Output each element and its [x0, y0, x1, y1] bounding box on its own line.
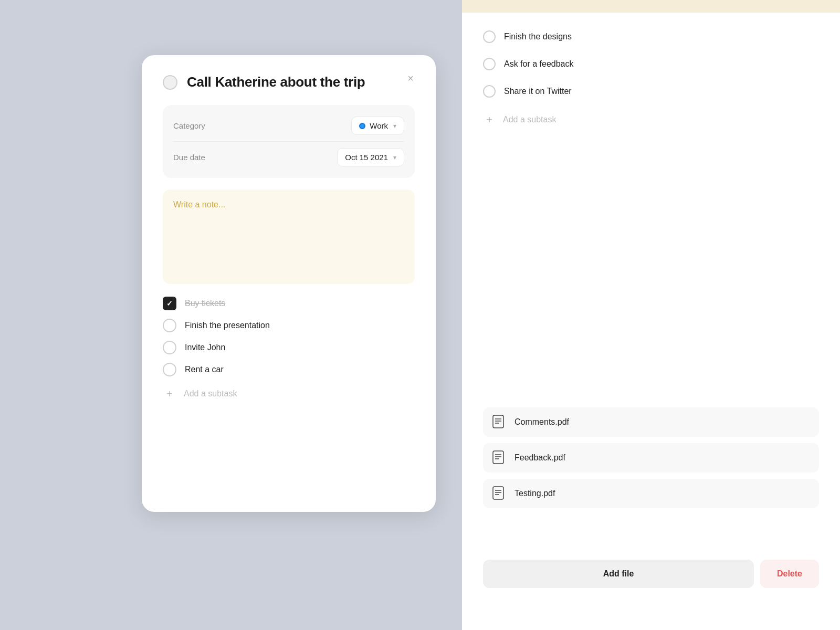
pdf-icon: [492, 415, 507, 429]
task-detail-modal: × Call Katherine about the trip Category…: [142, 55, 436, 512]
svg-rect-8: [493, 487, 503, 499]
attachment-item[interactable]: Feedback.pdf: [483, 443, 819, 472]
attachment-name: Feedback.pdf: [514, 453, 565, 463]
add-subtask-row[interactable]: + Add a subtask: [163, 387, 415, 401]
due-date-label: Due date: [173, 153, 205, 162]
right-subtask-list: Finish the designsAsk for a feedbackShar…: [462, 13, 840, 105]
note-placeholder: Write a note...: [173, 200, 225, 209]
category-dropdown[interactable]: Work ▾: [351, 117, 404, 135]
task-title-row: Call Katherine about the trip: [163, 74, 415, 90]
right-subtask-item: Share it on Twitter: [483, 78, 819, 105]
subtask-item: Buy tickets: [163, 297, 415, 310]
bottom-actions: Add file Delete: [462, 560, 840, 588]
category-label: Category: [173, 121, 205, 130]
add-subtask-icon: +: [163, 387, 176, 401]
pdf-icon: [492, 450, 507, 465]
attachments-section: Comments.pdf Feedback.pdf Testing.pdf: [462, 407, 840, 514]
subtask-checkbox[interactable]: [163, 297, 176, 310]
right-subtask-checkbox[interactable]: [483, 58, 496, 70]
right-add-subtask-label: Add a subtask: [503, 115, 556, 124]
note-textarea[interactable]: Write a note...: [163, 190, 415, 284]
add-file-button[interactable]: Add file: [483, 560, 754, 588]
attachment-name: Comments.pdf: [514, 417, 569, 427]
right-subtask-label: Ask for a feedback: [504, 59, 574, 69]
right-subtask-item: Finish the designs: [483, 23, 819, 50]
close-button[interactable]: ×: [402, 70, 419, 87]
add-subtask-label: Add a subtask: [184, 389, 237, 398]
svg-rect-4: [493, 451, 503, 464]
subtask-checkbox[interactable]: [163, 319, 176, 332]
subtask-item: Invite John: [163, 341, 415, 354]
right-subtask-checkbox[interactable]: [483, 30, 496, 43]
category-row: Category Work ▾: [173, 110, 404, 141]
attachment-item[interactable]: Comments.pdf: [483, 407, 819, 437]
svg-rect-0: [493, 415, 503, 428]
subtask-label: Finish the presentation: [185, 321, 270, 330]
subtask-item: Rent a car: [163, 363, 415, 376]
subtask-label: Invite John: [185, 343, 225, 352]
subtask-checkbox[interactable]: [163, 363, 176, 376]
right-subtask-checkbox[interactable]: [483, 85, 496, 98]
add-subtask-icon: +: [483, 113, 496, 126]
chevron-down-icon: ▾: [393, 122, 396, 130]
right-subtask-label: Share it on Twitter: [504, 87, 572, 96]
attachment-name: Testing.pdf: [514, 489, 555, 498]
subtask-checkbox[interactable]: [163, 341, 176, 354]
delete-button[interactable]: Delete: [760, 560, 819, 588]
due-date-row: Due date Oct 15 2021 ▾: [173, 141, 404, 173]
pdf-icon: [492, 486, 507, 501]
subtask-label: Rent a car: [185, 365, 224, 374]
right-panel: Finish the designsAsk for a feedbackShar…: [462, 0, 840, 630]
right-top-strip: [462, 0, 840, 13]
right-add-subtask-row[interactable]: + Add a subtask: [462, 105, 840, 134]
due-date-value: Oct 15 2021: [345, 153, 388, 162]
category-dot: [359, 123, 365, 129]
attachment-item[interactable]: Testing.pdf: [483, 479, 819, 508]
chevron-down-icon: ▾: [393, 154, 396, 161]
subtask-list: Buy ticketsFinish the presentationInvite…: [163, 297, 415, 376]
right-subtask-label: Finish the designs: [504, 32, 572, 41]
subtask-label: Buy tickets: [185, 299, 225, 308]
right-subtask-item: Ask for a feedback: [483, 50, 819, 78]
due-date-dropdown[interactable]: Oct 15 2021 ▾: [337, 148, 404, 166]
task-complete-checkbox[interactable]: [163, 75, 177, 90]
subtask-item: Finish the presentation: [163, 319, 415, 332]
task-fields: Category Work ▾ Due date Oct 15 2021 ▾: [163, 105, 415, 178]
category-value: Work: [370, 121, 388, 130]
task-title: Call Katherine about the trip: [187, 74, 365, 90]
